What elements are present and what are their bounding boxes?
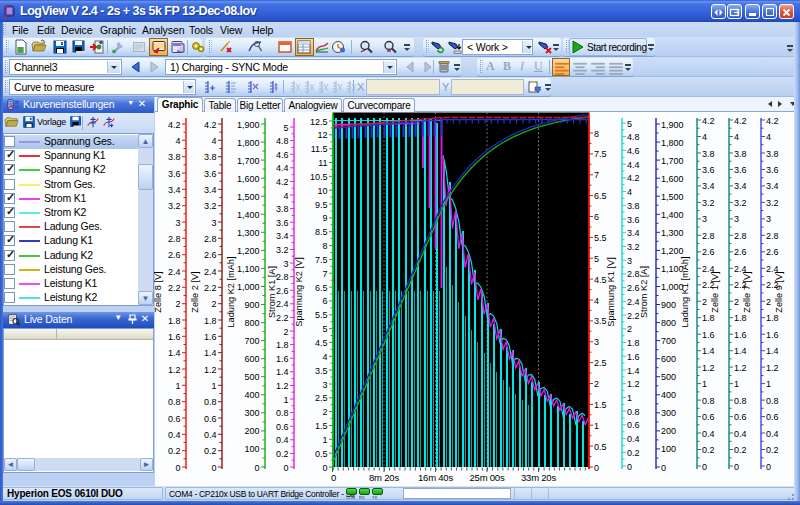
svg-text:7.5: 7.5 [315, 255, 328, 265]
svg-text:700: 700 [244, 336, 259, 346]
svg-text:1.8: 1.8 [204, 316, 217, 326]
svg-text:4: 4 [211, 136, 216, 146]
svg-text:25m 00s: 25m 00s [469, 472, 504, 483]
svg-text:800: 800 [661, 318, 676, 328]
svg-text:3.6: 3.6 [276, 218, 289, 228]
svg-text:700: 700 [661, 336, 676, 346]
svg-text:1.8: 1.8 [734, 313, 747, 323]
svg-text:3.8: 3.8 [766, 149, 779, 159]
svg-text:1,300: 1,300 [237, 228, 260, 238]
svg-text:1.4: 1.4 [702, 346, 715, 356]
svg-text:4: 4 [766, 132, 771, 142]
svg-text:1: 1 [702, 379, 707, 389]
svg-text:600: 600 [244, 354, 259, 364]
svg-text:2: 2 [766, 297, 771, 307]
svg-text:Spannung K2 [V]: Spannung K2 [V] [294, 257, 304, 326]
svg-text:2.2: 2.2 [168, 283, 181, 293]
svg-text:3: 3 [211, 218, 216, 228]
svg-text:5: 5 [283, 123, 288, 133]
svg-text:1,500: 1,500 [237, 192, 260, 202]
svg-text:0: 0 [211, 463, 216, 473]
svg-text:5: 5 [322, 324, 327, 334]
svg-text:6: 6 [322, 296, 327, 306]
svg-text:3: 3 [734, 214, 739, 224]
svg-text:33m 20s: 33m 20s [521, 472, 556, 483]
svg-text:0.2: 0.2 [734, 445, 747, 455]
svg-text:0: 0 [283, 463, 288, 473]
svg-text:3.4: 3.4 [702, 181, 715, 191]
svg-text:1.8: 1.8 [702, 313, 715, 323]
svg-text:7.5: 7.5 [594, 149, 607, 159]
svg-text:2: 2 [702, 297, 707, 307]
svg-text:1.4: 1.4 [276, 367, 289, 377]
svg-text:1.2: 1.2 [766, 363, 779, 373]
svg-text:3.6: 3.6 [702, 165, 715, 175]
svg-text:0.5: 0.5 [315, 449, 328, 459]
svg-text:2.8: 2.8 [627, 269, 640, 279]
svg-text:12.5: 12.5 [310, 117, 328, 127]
svg-text:200: 200 [661, 426, 676, 436]
svg-text:1,400: 1,400 [237, 210, 260, 220]
svg-text:0.8: 0.8 [734, 396, 747, 406]
svg-text:0: 0 [322, 463, 327, 473]
svg-text:3.6: 3.6 [168, 169, 181, 179]
svg-text:1,100: 1,100 [237, 264, 260, 274]
svg-text:0.8: 0.8 [627, 407, 640, 417]
svg-text:4.8: 4.8 [276, 136, 289, 146]
svg-text:2.6: 2.6 [766, 247, 779, 257]
svg-text:0.4: 0.4 [627, 434, 640, 444]
svg-text:5: 5 [594, 254, 599, 264]
svg-text:1,200: 1,200 [237, 246, 260, 256]
svg-text:4: 4 [627, 187, 632, 197]
svg-text:2.4: 2.4 [276, 299, 289, 309]
svg-text:Strom K2 [A]: Strom K2 [A] [639, 266, 649, 318]
svg-text:2.5: 2.5 [594, 358, 607, 368]
svg-text:0.4: 0.4 [168, 430, 181, 440]
svg-text:1: 1 [766, 379, 771, 389]
svg-text:600: 600 [661, 354, 676, 364]
svg-text:1,600: 1,600 [661, 174, 684, 184]
svg-text:3.2: 3.2 [627, 242, 640, 252]
svg-text:1: 1 [322, 435, 327, 445]
svg-text:0.8: 0.8 [168, 397, 181, 407]
svg-text:1.4: 1.4 [734, 346, 747, 356]
svg-text:900: 900 [661, 300, 676, 310]
svg-text:2: 2 [734, 297, 739, 307]
svg-text:0.4: 0.4 [276, 435, 289, 445]
svg-text:0: 0 [331, 472, 336, 483]
svg-text:2.8: 2.8 [734, 231, 747, 241]
svg-text:0.8: 0.8 [702, 396, 715, 406]
svg-text:0.6: 0.6 [276, 422, 289, 432]
svg-text:3: 3 [627, 256, 632, 266]
svg-text:1.4: 1.4 [766, 346, 779, 356]
svg-text:8m 20s: 8m 20s [369, 472, 399, 483]
svg-text:3: 3 [594, 337, 599, 347]
svg-text:8: 8 [594, 129, 599, 139]
svg-text:1.8: 1.8 [168, 316, 181, 326]
svg-text:1.6: 1.6 [204, 332, 217, 342]
svg-text:0.4: 0.4 [766, 429, 779, 439]
svg-text:1,300: 1,300 [661, 228, 684, 238]
svg-text:3: 3 [322, 380, 327, 390]
svg-text:3.8: 3.8 [734, 149, 747, 159]
svg-text:2.8: 2.8 [168, 234, 181, 244]
svg-text:0.4: 0.4 [204, 430, 217, 440]
svg-text:5.5: 5.5 [594, 233, 607, 243]
svg-text:2.4: 2.4 [627, 297, 640, 307]
svg-text:0.8: 0.8 [766, 396, 779, 406]
svg-text:500: 500 [244, 372, 259, 382]
svg-text:0: 0 [175, 463, 180, 473]
svg-text:Ladung K1 [mAh]: Ladung K1 [mAh] [680, 257, 690, 328]
svg-text:0.2: 0.2 [702, 445, 715, 455]
svg-text:1.5: 1.5 [594, 400, 607, 410]
svg-text:1.5: 1.5 [315, 421, 328, 431]
svg-text:1: 1 [175, 381, 180, 391]
svg-text:1,500: 1,500 [661, 192, 684, 202]
svg-text:0.8: 0.8 [204, 397, 217, 407]
svg-text:3.2: 3.2 [204, 201, 217, 211]
svg-text:0: 0 [766, 462, 771, 472]
svg-text:1.4: 1.4 [627, 366, 640, 376]
svg-text:Strom K1 [A]: Strom K1 [A] [267, 266, 277, 318]
svg-text:3: 3 [283, 259, 288, 269]
svg-text:Zelle 8 [V]: Zelle 8 [V] [153, 271, 163, 312]
